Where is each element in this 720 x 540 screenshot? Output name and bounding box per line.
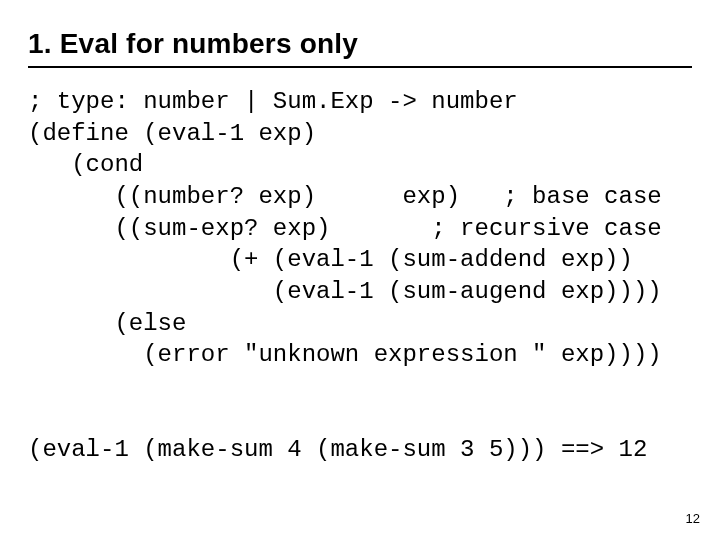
code-line: ((sum-exp? exp) ; recursive case (28, 215, 662, 242)
code-line: (cond (28, 151, 143, 178)
slide-title: 1. Eval for numbers only (28, 28, 692, 60)
code-block: ; type: number | Sum.Exp -> number (defi… (28, 86, 692, 466)
code-line: (else (28, 310, 186, 337)
code-line: (define (eval-1 exp) (28, 120, 316, 147)
code-line: ; type: number | Sum.Exp -> number (28, 88, 518, 115)
code-line: (eval-1 (make-sum 4 (make-sum 3 5))) ==>… (28, 436, 647, 463)
code-line: (error "unknown expression " exp)))) (28, 341, 662, 368)
page-number: 12 (686, 511, 700, 526)
code-line: (eval-1 (sum-augend exp)))) (28, 278, 662, 305)
code-line: ((number? exp) exp) ; base case (28, 183, 662, 210)
title-underline (28, 66, 692, 68)
code-line: (+ (eval-1 (sum-addend exp)) (28, 246, 633, 273)
slide: 1. Eval for numbers only ; type: number … (0, 0, 720, 540)
